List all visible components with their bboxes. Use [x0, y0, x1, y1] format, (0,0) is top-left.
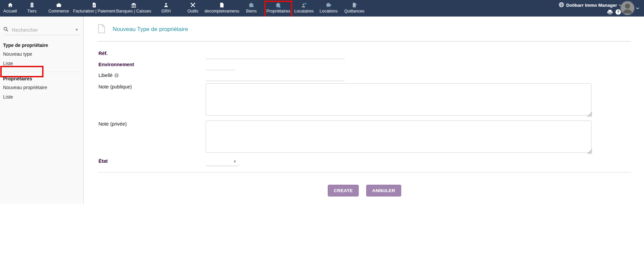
tenant-icon	[301, 2, 307, 8]
sidebar-item-liste-proprietaires[interactable]: Liste	[0, 92, 83, 102]
briefcase-icon	[56, 2, 62, 8]
home-icon	[7, 2, 13, 8]
user-menu[interactable]	[620, 1, 639, 17]
svg-text:?: ?	[617, 10, 619, 14]
note-publique-field	[206, 83, 591, 115]
tab-label: Propriétaires	[266, 9, 290, 14]
tab-label: Quittances	[344, 9, 364, 14]
etat-select[interactable]: ▼	[206, 158, 239, 166]
menu-section-type-proprietaire: Type de propriétaire Nouveau type Liste	[0, 43, 83, 68]
main-menu-tabs: Accueil Tiers Commerce Facturation | Pai…	[0, 0, 368, 17]
tab-label: GRH	[162, 9, 171, 14]
tab-biens[interactable]: Biens	[237, 0, 265, 17]
tab-facturation-paiement[interactable]: Facturation | Paiement	[74, 0, 115, 17]
tab-label: decomptetvamenu	[205, 9, 239, 14]
house-owner-icon	[275, 2, 282, 8]
tab-label: Outils	[187, 9, 198, 14]
tab-grh[interactable]: GRH	[153, 0, 179, 17]
search-icon	[3, 27, 8, 33]
print-icon[interactable]	[607, 9, 613, 16]
tab-decomptetvamenu[interactable]: decomptetvamenu	[206, 0, 237, 17]
etat-label: État	[98, 158, 108, 164]
tab-locations[interactable]: Locations	[317, 0, 341, 17]
person-icon	[164, 2, 169, 8]
form-actions: CREATE ANNULER	[98, 185, 631, 197]
environnement-input[interactable]	[206, 62, 235, 70]
sidebar-divider	[0, 72, 79, 72]
section-title: Propriétaires	[0, 76, 83, 83]
rental-icon	[326, 2, 332, 8]
menu-section-proprietaires: Propriétaires Nouveau propriétaire Liste	[0, 76, 83, 102]
tab-tiers[interactable]: Tiers	[20, 0, 43, 17]
sidebar-item-nouveau-type[interactable]: Nouveau type	[0, 49, 83, 59]
info-icon[interactable]: i	[114, 73, 119, 78]
libelle-input[interactable]	[206, 73, 345, 81]
chevron-down-icon: ▼	[233, 159, 237, 163]
note-privee-label: Note (privée)	[98, 121, 127, 127]
dolibarr-app-window: Accueil Tiers Commerce Facturation | Pai…	[0, 0, 644, 261]
sidebar-item-liste-types[interactable]: Liste	[0, 59, 83, 68]
environnement-label: Environnement	[98, 62, 134, 67]
cancel-button[interactable]: ANNULER	[366, 185, 401, 197]
tab-banques-caisses[interactable]: Banques | Caisses	[115, 0, 153, 17]
building-icon	[30, 2, 34, 8]
globe-icon	[559, 2, 564, 8]
sidebar-item-nouveau-proprietaire[interactable]: Nouveau propriétaire	[0, 83, 83, 92]
house-search-icon	[248, 2, 255, 8]
tab-label: Locataires	[294, 9, 314, 14]
tab-proprietaires[interactable]: Propriétaires	[265, 0, 291, 17]
navbar-quick-icons: ?	[607, 9, 621, 16]
left-sidebar: ▼ Type de propriétaire Nouveau type List…	[0, 17, 84, 204]
tab-label: Banques | Caisses	[116, 9, 151, 14]
chevron-down-icon	[636, 5, 639, 11]
top-navbar: Accueil Tiers Commerce Facturation | Pai…	[0, 0, 644, 17]
note-publique-label: Note (publique)	[98, 84, 132, 89]
tab-commerce[interactable]: Commerce	[43, 0, 74, 17]
header-divider	[98, 41, 631, 42]
tab-label: Accueil	[3, 9, 17, 14]
ref-input[interactable]	[206, 51, 345, 59]
tab-locataires[interactable]: Locataires	[291, 0, 317, 17]
search-input[interactable]	[11, 27, 70, 33]
tab-outils[interactable]: Outils	[179, 0, 206, 17]
tab-label: Biens	[246, 9, 257, 14]
search-dropdown-caret-icon[interactable]: ▼	[74, 28, 80, 32]
avatar	[620, 1, 635, 17]
tab-quittances[interactable]: Quittances	[341, 0, 368, 17]
main-content: Nouveau Type de propriétaire Réf. Enviro…	[84, 17, 644, 261]
tab-label: Locations	[320, 9, 338, 14]
create-button[interactable]: CREATE	[328, 185, 359, 197]
page-title: Nouveau Type de propriétaire	[113, 26, 188, 33]
page-icon	[219, 2, 224, 8]
document-icon	[98, 24, 105, 35]
invoice-icon	[92, 2, 96, 8]
company-name: Dolibarr Immo Manager	[566, 3, 617, 8]
tab-label: Tiers	[27, 9, 36, 14]
note-privee-field	[206, 121, 591, 153]
ref-label: Réf.	[98, 51, 108, 56]
receipt-icon	[352, 2, 357, 8]
sidebar-search: ▼	[3, 25, 80, 35]
libelle-label: Libelléi	[98, 73, 119, 78]
form-bottom-divider	[98, 172, 631, 173]
note-publique-textarea[interactable]	[206, 83, 591, 115]
tab-label: Commerce	[48, 9, 69, 14]
tab-label: Facturation | Paiement	[73, 9, 116, 14]
bank-icon	[131, 2, 137, 8]
page-header: Nouveau Type de propriétaire	[98, 24, 188, 35]
section-title: Type de propriétaire	[0, 43, 83, 49]
note-privee-textarea[interactable]	[206, 121, 591, 153]
tools-icon	[190, 2, 196, 8]
company-menu[interactable]: Dolibarr Immo Manager	[559, 2, 623, 8]
tab-accueil[interactable]: Accueil	[0, 0, 20, 17]
